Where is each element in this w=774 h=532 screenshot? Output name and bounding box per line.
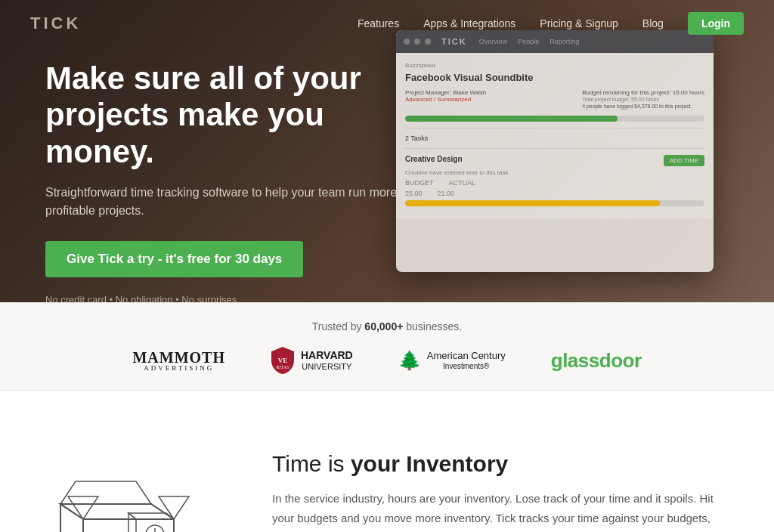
trusted-bar: Trusted by 60,000+ businesses. MAMMOTHAD…: [0, 302, 774, 391]
logo-glassdoor: glassdoor: [551, 349, 642, 373]
device-budget-sub: Total project budget: 55.00 hours: [582, 97, 659, 102]
aci-text: American CenturyInvestments®: [427, 350, 506, 371]
device-section-desc: Creative have entered time to this task: [405, 169, 704, 176]
logo-aci: 🌲 American CenturyInvestments®: [398, 350, 506, 371]
device-hours-budget-label: BUDGET: [405, 179, 434, 187]
nav-login-button[interactable]: Login: [688, 12, 744, 35]
device-progress-fill: [405, 116, 618, 122]
device-manager-value: Blake Walsh: [453, 89, 486, 96]
device-hours-actual: 21.00: [438, 190, 455, 197]
nav-features[interactable]: Features: [358, 17, 399, 29]
logo-harvard-text: HARVARDUNIVERSITY: [301, 349, 353, 372]
hero-section: TICK Overview People Reporting Buzzsprou…: [0, 0, 774, 302]
device-hours-actual-label: ACTUAL: [449, 179, 476, 187]
device-progress-bar: [405, 116, 704, 122]
harvard-shield-icon: VE RITAS: [271, 346, 295, 375]
hero-cta-button[interactable]: Give Tick a try - it's free for 30 days: [45, 241, 303, 277]
logos-row: MAMMOTHADVERTISING VE RITAS HARVARDUNIVE…: [0, 346, 774, 375]
nav-links: Features Apps & Integrations Pricing & S…: [358, 17, 744, 30]
nav-logo: TICK: [30, 14, 81, 33]
device-manager-label: Project Manager:: [405, 89, 451, 96]
device-date: 4 people have logged $4,378.00 to this p…: [582, 104, 692, 109]
device-yellow-fill: [405, 200, 660, 206]
device-section-title: Creative Design: [405, 155, 463, 163]
logo-mammoth: MAMMOTHADVERTISING: [132, 350, 225, 372]
hero-small-text: No credit card • No obligation • No surp…: [45, 294, 408, 302]
inventory-body: In the service industry, hours are your …: [272, 489, 729, 532]
svg-text:RITAS: RITAS: [277, 365, 289, 370]
lower-section: Time is your Inventory In the service in…: [0, 391, 774, 532]
nav-apps[interactable]: Apps & Integrations: [423, 17, 515, 29]
device-link: Advanced / Summarized: [405, 96, 471, 103]
device-project-title: Facebook Visual Soundbite: [405, 72, 704, 83]
nav-pricing[interactable]: Pricing & Signup: [540, 17, 618, 29]
main-nav: TICK Features Apps & Integrations Pricin…: [0, 0, 774, 47]
inventory-headline: Time is your Inventory: [272, 451, 729, 477]
device-breadcrumb: Buzzsprout: [405, 62, 704, 69]
inventory-text-block: Time is your Inventory In the service in…: [272, 436, 729, 532]
hero-content: Make sure all of your projects make you …: [45, 60, 408, 302]
svg-text:VE: VE: [278, 357, 288, 364]
logo-harvard: VE RITAS HARVARDUNIVERSITY: [271, 346, 353, 375]
inventory-illustration: [45, 436, 227, 532]
boxes-svg: [45, 436, 227, 532]
trusted-count: 60,000+: [364, 320, 403, 332]
nav-blog[interactable]: Blog: [642, 17, 664, 29]
hero-headline: Make sure all of your projects make you …: [45, 60, 408, 170]
device-tasks-count: 2 Tasks: [405, 135, 704, 142]
trusted-text: Trusted by 60,000+ businesses.: [0, 320, 774, 332]
hero-subtext: Straightforward time tracking software t…: [45, 184, 408, 220]
device-budget-label: Budget remaining for this project: 16.00…: [582, 89, 704, 96]
hero-device-mockup: TICK Overview People Reporting Buzzsprou…: [396, 30, 714, 272]
device-add-btn: ADD TIME: [664, 155, 704, 166]
aci-tree-icon: 🌲: [398, 350, 421, 371]
device-yellow-progress: [405, 200, 704, 206]
